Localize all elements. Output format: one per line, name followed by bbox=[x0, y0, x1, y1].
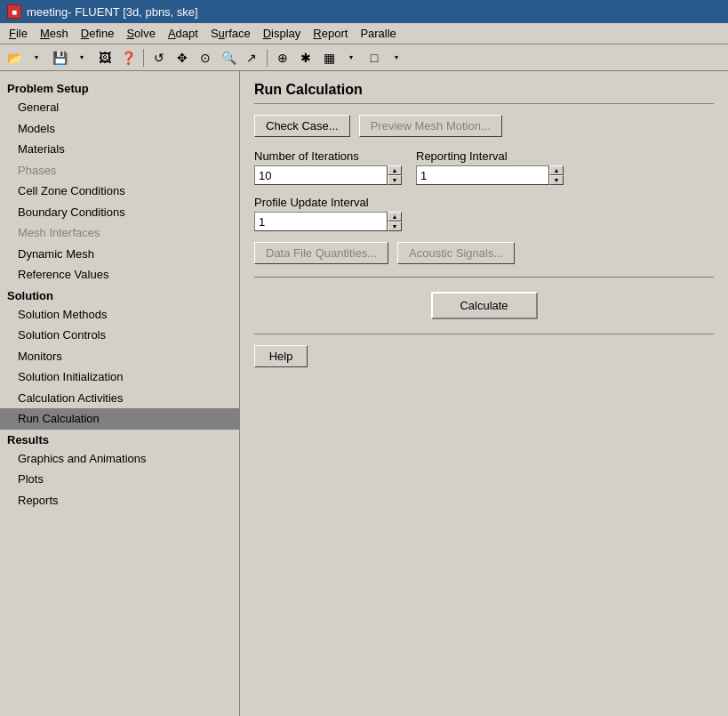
data-file-quantities-button[interactable]: Data File Quantities... bbox=[254, 242, 388, 264]
save-button[interactable]: 💾 ▾ bbox=[49, 47, 92, 68]
calculate-button[interactable]: Calculate bbox=[431, 292, 538, 319]
sidebar: Problem Setup General Models Materials P… bbox=[0, 71, 240, 716]
sidebar-item-boundary-conditions[interactable]: Boundary Conditions bbox=[0, 202, 239, 223]
profile-update-increment-btn[interactable]: ▲ bbox=[388, 212, 402, 221]
sidebar-item-graphics-animations[interactable]: Graphics and Animations bbox=[0, 448, 239, 470]
reporting-interval-label: Reporting Interval bbox=[416, 149, 564, 163]
save-icon[interactable]: 💾 bbox=[49, 47, 70, 68]
help-button[interactable]: Help bbox=[254, 345, 308, 367]
profile-update-spinner-btns: ▲ ▼ bbox=[388, 212, 402, 231]
zoom-fit-icon[interactable]: ⊙ bbox=[195, 47, 216, 68]
sidebar-item-solution-controls[interactable]: Solution Controls bbox=[0, 325, 239, 346]
sidebar-item-calculation-activities[interactable]: Calculation Activities bbox=[0, 388, 239, 409]
menu-define[interactable]: Define bbox=[76, 25, 120, 42]
sidebar-item-models[interactable]: Models bbox=[0, 118, 239, 140]
view-icon[interactable]: ⊕ bbox=[272, 47, 293, 68]
sidebar-item-materials[interactable]: Materials bbox=[0, 139, 239, 160]
iterations-increment-btn[interactable]: ▲ bbox=[388, 165, 402, 175]
open-icon[interactable]: 📂 bbox=[4, 47, 25, 68]
menu-file[interactable]: File bbox=[4, 25, 33, 42]
sidebar-item-solution-methods[interactable]: Solution Methods bbox=[0, 304, 239, 326]
reporting-interval-input[interactable] bbox=[416, 165, 549, 185]
help-icon[interactable]: ❓ bbox=[117, 47, 139, 68]
content-panel: Run Calculation Check Case... Preview Me… bbox=[240, 71, 728, 716]
section-divider bbox=[254, 277, 714, 278]
open-dropdown-arrow[interactable]: ▾ bbox=[26, 47, 47, 68]
sidebar-item-plots[interactable]: Plots bbox=[0, 469, 239, 490]
menu-mesh[interactable]: Mesh bbox=[35, 25, 74, 42]
section-header-solution: Solution bbox=[0, 286, 239, 304]
sidebar-item-cell-zone-conditions[interactable]: Cell Zone Conditions bbox=[0, 181, 239, 202]
iterations-row: Number of Iterations ▲ ▼ Reporting Inter… bbox=[254, 149, 714, 185]
move-icon[interactable]: ✥ bbox=[172, 47, 193, 68]
sidebar-item-reference-values[interactable]: Reference Values bbox=[0, 264, 239, 286]
sidebar-item-mesh-interfaces: Mesh Interfaces bbox=[0, 222, 239, 244]
app-icon: ■ bbox=[7, 4, 21, 19]
reporting-interval-decrement-btn[interactable]: ▼ bbox=[549, 175, 564, 185]
sidebar-item-phases: Phases bbox=[0, 160, 239, 181]
menu-adapt[interactable]: Adapt bbox=[163, 25, 204, 42]
help-row: Help bbox=[254, 345, 714, 367]
layout-icon[interactable]: ▦ bbox=[318, 47, 340, 68]
sidebar-item-general[interactable]: General bbox=[0, 97, 239, 118]
save-dropdown-arrow[interactable]: ▾ bbox=[71, 47, 92, 68]
menu-report[interactable]: Report bbox=[308, 25, 353, 42]
iterations-label: Number of Iterations bbox=[254, 149, 402, 163]
menu-display[interactable]: Display bbox=[258, 25, 307, 42]
window-icon[interactable]: □ bbox=[364, 47, 385, 68]
section-divider-2 bbox=[254, 334, 714, 334]
acoustic-signals-button[interactable]: Acoustic Signals... bbox=[397, 242, 515, 264]
title-bar: ■ meeting- FLUENT [3d, pbns, ske] bbox=[0, 0, 728, 23]
preview-mesh-motion-button[interactable]: Preview Mesh Motion... bbox=[359, 115, 502, 137]
sidebar-item-dynamic-mesh[interactable]: Dynamic Mesh bbox=[0, 244, 239, 265]
menu-bar: File Mesh Define Solve Adapt Surface Dis… bbox=[0, 23, 728, 44]
separator-1 bbox=[143, 49, 144, 67]
open-button[interactable]: 📂 ▾ bbox=[4, 47, 47, 68]
iterations-spinner: ▲ ▼ bbox=[254, 165, 402, 185]
reporting-interval-group: Reporting Interval ▲ ▼ bbox=[416, 149, 564, 185]
profile-update-input[interactable] bbox=[254, 212, 388, 231]
calculate-row: Calculate bbox=[254, 292, 714, 319]
section-header-problem-setup: Problem Setup bbox=[0, 78, 239, 97]
layout-dropdown-arrow[interactable]: ▾ bbox=[340, 47, 362, 68]
zoom-out-icon[interactable]: ↗ bbox=[241, 47, 262, 68]
section-header-results: Results bbox=[0, 430, 239, 448]
screenshot-icon[interactable]: 🖼 bbox=[94, 47, 116, 68]
iterations-decrement-btn[interactable]: ▼ bbox=[388, 175, 402, 185]
layout-button[interactable]: ▦ ▾ bbox=[318, 47, 362, 68]
sidebar-item-monitors[interactable]: Monitors bbox=[0, 346, 239, 367]
window-title: meeting- FLUENT [3d, pbns, ske] bbox=[27, 5, 198, 19]
reporting-interval-spinner-btns: ▲ ▼ bbox=[549, 165, 564, 185]
mesh-icon[interactable]: ✱ bbox=[295, 47, 316, 68]
refresh-icon[interactable]: ↺ bbox=[148, 47, 170, 68]
profile-update-group: Profile Update Interval ▲ ▼ bbox=[254, 196, 714, 231]
panel-title: Run Calculation bbox=[254, 82, 714, 104]
sidebar-item-run-calculation[interactable]: Run Calculation bbox=[0, 408, 239, 430]
toolbar: 📂 ▾ 💾 ▾ 🖼 ❓ ↺ ✥ ⊙ 🔍 ↗ ⊕ ✱ ▦ ▾ □ ▾ bbox=[0, 44, 728, 71]
menu-solve[interactable]: Solve bbox=[121, 25, 161, 42]
profile-update-decrement-btn[interactable]: ▼ bbox=[388, 221, 402, 231]
sidebar-item-solution-initialization[interactable]: Solution Initialization bbox=[0, 366, 239, 388]
reporting-interval-spinner: ▲ ▼ bbox=[416, 165, 564, 185]
iterations-group: Number of Iterations ▲ ▼ bbox=[254, 149, 402, 185]
menu-parallel[interactable]: Paralle bbox=[355, 25, 401, 42]
zoom-in-icon[interactable]: 🔍 bbox=[218, 47, 239, 68]
secondary-buttons-row: Data File Quantities... Acoustic Signals… bbox=[254, 242, 714, 264]
check-case-button[interactable]: Check Case... bbox=[254, 115, 350, 137]
window-button[interactable]: □ ▾ bbox=[364, 47, 407, 68]
separator-2 bbox=[267, 49, 268, 67]
profile-update-label: Profile Update Interval bbox=[254, 196, 714, 209]
profile-update-spinner: ▲ ▼ bbox=[254, 212, 714, 231]
window-dropdown-arrow[interactable]: ▾ bbox=[386, 47, 407, 68]
sidebar-item-reports[interactable]: Reports bbox=[0, 490, 239, 511]
main-area: Problem Setup General Models Materials P… bbox=[0, 71, 728, 716]
top-buttons-row: Check Case... Preview Mesh Motion... bbox=[254, 115, 714, 137]
iterations-spinner-btns: ▲ ▼ bbox=[388, 165, 402, 185]
iterations-input[interactable] bbox=[254, 165, 388, 185]
menu-surface[interactable]: Surface bbox=[205, 25, 256, 42]
reporting-interval-increment-btn[interactable]: ▲ bbox=[549, 165, 564, 175]
